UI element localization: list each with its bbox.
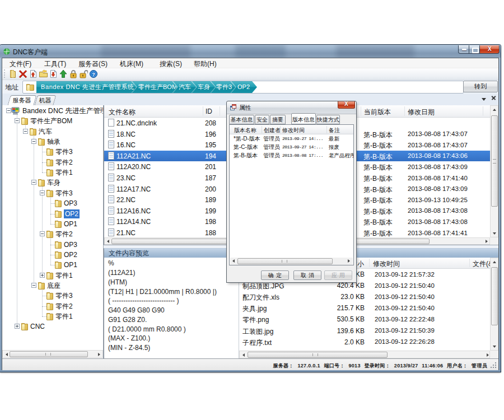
svg-text:?: ? xyxy=(92,72,95,77)
